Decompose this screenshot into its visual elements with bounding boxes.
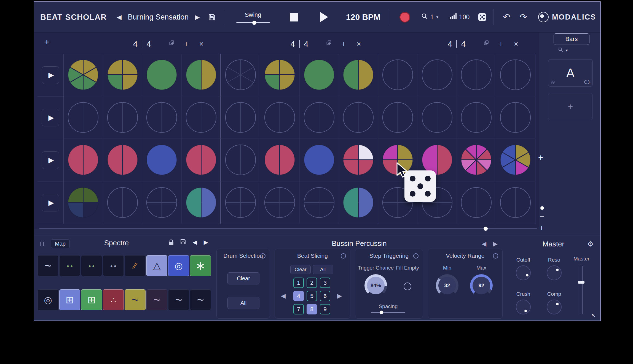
add-bar-button[interactable]: + (538, 153, 543, 163)
slice-clear-button[interactable]: Clear (290, 265, 311, 274)
section-beats[interactable]: 4 (133, 39, 138, 49)
beat-cell[interactable] (457, 139, 496, 181)
slice-8-button[interactable]: 8 (307, 304, 317, 314)
chevron-down-icon[interactable]: ▾ (566, 48, 568, 53)
beat-cell[interactable] (64, 54, 103, 96)
beat-cell[interactable] (300, 181, 339, 224)
slice-7-button[interactable]: 7 (293, 304, 304, 314)
beat-cell[interactable] (182, 181, 221, 224)
next-kit-button[interactable]: ▶ (204, 239, 208, 246)
dice-icon[interactable] (478, 13, 486, 21)
row-play-button[interactable]: ▶ (42, 66, 59, 84)
record-button[interactable] (399, 12, 410, 23)
beat-cell[interactable] (103, 181, 143, 224)
cymbal-pad[interactable]: ~ (168, 289, 189, 310)
prev-kit-button[interactable]: ◀ (193, 239, 197, 246)
fill-empty-toggle[interactable] (404, 282, 411, 290)
beat-cell[interactable] (496, 181, 536, 224)
velocity-min-knob[interactable]: 32 (436, 274, 458, 297)
beat-cell[interactable] (300, 96, 339, 139)
remove-section-icon[interactable]: × (199, 40, 204, 48)
add-pattern-slot-button[interactable]: + (548, 93, 593, 120)
add-section-icon[interactable]: + (499, 40, 503, 48)
beat-cell[interactable] (64, 96, 103, 139)
shaker-pad[interactable]: ● ● (103, 255, 124, 276)
beat-cell[interactable] (142, 96, 182, 139)
add-track-button[interactable]: + (44, 37, 50, 47)
slice-2-button[interactable]: 2 (307, 278, 317, 288)
master-volume-thumb[interactable] (578, 281, 584, 284)
beat-cell[interactable] (182, 96, 221, 139)
spacing-slider-thumb[interactable] (380, 311, 383, 314)
bars-button[interactable]: Bars (554, 33, 589, 45)
beat-cell[interactable] (457, 54, 496, 96)
cymbal-pad[interactable]: ~ (190, 289, 211, 310)
beat-cell[interactable] (221, 181, 260, 224)
zoom-in-button[interactable]: + (539, 223, 544, 233)
beat-cell[interactable] (182, 54, 221, 96)
row-play-button[interactable]: ▶ (42, 151, 59, 169)
duplicate-section-icon[interactable] (326, 40, 332, 47)
cymbal-pad[interactable]: ~ (146, 289, 167, 310)
shaker-pad[interactable]: ● ● (81, 255, 102, 276)
beat-cell[interactable] (182, 139, 221, 181)
beat-cell[interactable] (417, 96, 457, 139)
play-button[interactable] (320, 12, 328, 22)
velocity-max-knob[interactable]: 92 (470, 274, 493, 297)
beat-slicing-toggle[interactable] (341, 253, 346, 259)
resize-handle-icon[interactable]: ↖ (591, 312, 596, 319)
section-division[interactable]: 4 (304, 39, 309, 49)
section-division[interactable]: 4 (146, 39, 151, 49)
beat-cell[interactable] (300, 54, 339, 96)
lock-icon[interactable] (169, 242, 173, 245)
slice-9-button[interactable]: 9 (320, 304, 330, 314)
next-preset-button[interactable]: ▶ (493, 240, 498, 248)
beat-cell[interactable] (260, 181, 300, 224)
save-kit-icon[interactable] (180, 239, 186, 246)
slice-6-button[interactable]: 6 (320, 291, 330, 301)
cutoff-knob[interactable] (516, 265, 531, 280)
drum-machine-pad[interactable]: ⊞ (81, 289, 102, 310)
beat-cell[interactable] (221, 96, 260, 139)
beat-cell[interactable] (496, 96, 536, 139)
section-division[interactable]: 4 (461, 39, 466, 49)
beat-cell[interactable] (260, 54, 300, 96)
next-song-button[interactable]: ▶ (195, 13, 200, 21)
remove-section-icon[interactable]: × (356, 40, 361, 48)
beat-cell[interactable] (260, 139, 300, 181)
zoom-out-button[interactable]: − (540, 212, 544, 221)
save-icon[interactable] (208, 13, 216, 21)
stop-button[interactable] (290, 13, 298, 21)
beat-cell[interactable] (457, 96, 496, 139)
beat-cell[interactable] (64, 139, 103, 181)
beat-cell[interactable] (64, 181, 103, 224)
swing-slider-thumb[interactable] (252, 21, 256, 25)
gear-icon[interactable]: ⚙ (587, 240, 594, 248)
redo-button[interactable]: ↷ (520, 12, 527, 22)
beat-cell[interactable] (417, 54, 457, 96)
prev-preset-button[interactable]: ◀ (482, 240, 486, 248)
beat-cell[interactable] (378, 54, 418, 96)
cymbal-pad[interactable]: ~ (125, 289, 146, 310)
beat-cell[interactable] (221, 139, 260, 181)
duplicate-section-icon[interactable] (169, 40, 175, 47)
slice-next-button[interactable]: ▶ (337, 292, 342, 300)
beat-cell[interactable] (339, 54, 378, 96)
zoom-control[interactable]: 1 ▾ (421, 13, 438, 21)
triangle-pad[interactable]: △ (146, 255, 167, 276)
trigger-chance-knob[interactable]: 84% (364, 274, 387, 297)
beat-cell[interactable] (221, 54, 260, 96)
maracas-pad[interactable]: ⁄⁄ (125, 255, 146, 276)
row-play-button[interactable]: ▶ (42, 109, 59, 126)
master-volume-slider[interactable] (580, 266, 583, 314)
rail-zoom-control[interactable]: ▾ (558, 47, 568, 53)
undo-button[interactable]: ↶ (503, 12, 510, 22)
beat-cell[interactable] (457, 181, 496, 224)
duplicate-section-icon[interactable] (484, 40, 489, 47)
drum-selection-toggle[interactable] (260, 253, 265, 259)
beat-cell[interactable] (339, 96, 378, 139)
level-meter[interactable]: 100 (449, 13, 470, 21)
section-beats[interactable]: 4 (290, 39, 295, 49)
beat-cell[interactable] (496, 54, 536, 96)
beat-cell[interactable] (300, 139, 339, 181)
